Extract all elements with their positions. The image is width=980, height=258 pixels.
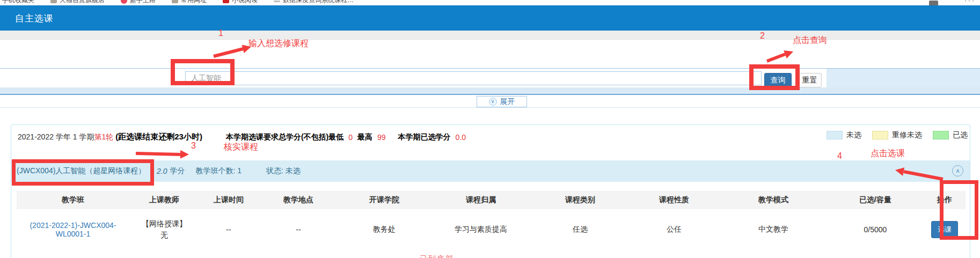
annotation-step1-number: 1 [218, 28, 223, 38]
course-title: (JWCX004)人工智能（超星网络课程） [17, 166, 145, 176]
legend-item-retake: 重修未选 [872, 130, 922, 140]
status-legend: 未选 重修未选 已选 [827, 130, 968, 140]
annotation-step3-text: 核实课程 [224, 142, 258, 153]
class-code-link[interactable]: (2021-2022-1)-JWCX004-WL0001-1 [30, 221, 116, 238]
chevron-down-circle-icon: ∨ [489, 98, 497, 106]
course-group-header[interactable]: (JWCX004)人工智能（超星网络课程） - 2.0 学分 教学班个数: 1 … [11, 160, 970, 182]
class-time: -- [199, 209, 258, 250]
semester-term: 2021-2022 学年 1 学期 [18, 132, 94, 141]
divider [0, 107, 980, 108]
bookmarks-overflow-icon[interactable]: ··· [964, 0, 976, 4]
course-credits-value: 2.0 [157, 167, 167, 175]
arrow-step1 [214, 49, 243, 56]
dash-icon [274, 1, 280, 2]
selection-panel: 2021-2022 学年 1 学期第1轮(距选课结束还剩23小时)本学期选课要求… [11, 124, 970, 258]
class-mode: 中文教学 [720, 209, 827, 250]
credit-min-value: 0 [348, 133, 353, 142]
bookmark-item[interactable]: 常用网址 [172, 0, 207, 5]
query-button[interactable]: 查询 [764, 73, 792, 87]
bookmark-label: 天猫自营旗舰店 [60, 0, 105, 5]
semester-deadline: (距选课结束还剩23小时) [115, 132, 202, 141]
bookmark-item[interactable]: 新手上路 [121, 0, 156, 5]
col-header-class: 教学班 [17, 191, 129, 209]
reset-button[interactable]: 重置 [798, 73, 822, 87]
app-header: 自主选课 [0, 5, 980, 31]
expand-label: 展开 [500, 97, 515, 107]
legend-item-unselected: 未选 [827, 130, 861, 140]
folder-icon [172, 0, 178, 3]
class-college: 教务处 [339, 209, 430, 250]
annotation-step4-number: 4 [837, 151, 842, 161]
course-selection-page: 手机收藏夹 天猫自营旗舰店 新手上路 常用网址 小说阅读 数据深度查询系统课程…… [0, 0, 980, 258]
selected-credit-value: 0.0 [456, 133, 466, 142]
teacher-name: 无 [129, 230, 199, 241]
browser-bookmarks-bar: 手机收藏夹 天猫自营旗舰店 新手上路 常用网址 小说阅读 数据深度查询系统课程…… [0, 0, 980, 5]
credit-max-label: 最高 [357, 132, 372, 141]
bookmark-label: 小说阅读 [232, 0, 258, 5]
class-category: 任选 [532, 209, 628, 250]
bookmark-label: 手机收藏夹 [2, 0, 34, 5]
bookmark-label: 数据深度查询系统课程… [283, 0, 354, 5]
annotation-step2-number: 2 [760, 31, 765, 41]
course-status: 状态: 未选 [266, 166, 301, 176]
table-header-row: 教学班 上课教师 上课时间 教学地点 开课学院 课程归属 课程类别 课程性质 教… [17, 191, 966, 209]
teacher-mode: 【网络授课】 [129, 218, 199, 230]
legend-label: 未选 [846, 130, 861, 140]
bookmark-item[interactable]: 手机收藏夹 [2, 0, 34, 5]
class-nature: 公任 [628, 209, 720, 250]
arrow-step2 [767, 54, 785, 61]
search-filter-bar: 查询 重置 [0, 68, 980, 87]
col-header-action: 操作 [924, 191, 966, 209]
legend-label: 重修未选 [892, 130, 922, 140]
col-header-capacity: 已选/容量 [827, 191, 924, 209]
legend-swatch-retake [872, 131, 888, 139]
bookmark-label: 新手上路 [130, 0, 156, 5]
col-header-mode: 教学模式 [720, 191, 827, 209]
legend-swatch-unselected [827, 131, 843, 139]
legend-label: 已选 [953, 130, 968, 140]
col-header-place: 教学地点 [258, 191, 339, 209]
annotation-step1-text: 输入想选修课程 [248, 38, 309, 49]
annotation-step3-number: 3 [191, 141, 196, 151]
bookmark-item[interactable]: 数据深度查询系统课程… [274, 0, 354, 5]
legend-swatch-selected [933, 131, 949, 139]
folder-icon [50, 0, 57, 3]
credit-max-value: 99 [377, 133, 386, 142]
course-search-input[interactable] [185, 71, 762, 85]
class-table: 教学班 上课教师 上课时间 教学地点 开课学院 课程归属 课程类别 课程性质 教… [17, 191, 966, 250]
col-header-nature: 课程性质 [628, 191, 720, 209]
filter-collapse-bar [0, 87, 980, 95]
page-title: 自主选课 [15, 12, 54, 25]
bookmark-label: 常用网址 [181, 0, 207, 5]
chevron-up-circle-icon[interactable]: ∧ [952, 165, 963, 176]
semester-round: 第1轮 [94, 132, 113, 141]
monitor-icon[interactable] [929, 1, 938, 5]
semester-info: 2021-2022 学年 1 学期第1轮(距选课结束还剩23小时)本学期选课要求… [18, 132, 471, 142]
expand-toggle[interactable]: ∨ 展开 [477, 96, 527, 107]
legend-item-selected: 已选 [933, 130, 968, 140]
course-credits-unit: 学分 [170, 166, 185, 176]
end-of-list-tip: 已到底部 [420, 254, 454, 258]
col-header-category: 课程类别 [532, 191, 628, 209]
header-substrip [0, 31, 980, 40]
col-header-teacher: 上课教师 [129, 191, 199, 209]
table-row: (2021-2022-1)-JWCX004-WL0001-1 【网络授课】 无 … [17, 209, 966, 250]
select-course-button[interactable]: 选课 [931, 221, 958, 238]
annotation-step2-text: 点击查询 [793, 35, 827, 46]
red-dot-icon [121, 0, 127, 4]
credit-requirement-label: 本学期选课要求总学分(不包括)最低 [226, 132, 343, 141]
bookmark-item[interactable]: 小说阅读 [223, 0, 258, 5]
bookmark-item[interactable]: 天猫自营旗舰店 [50, 0, 105, 5]
class-count: 教学班个数: 1 [196, 166, 242, 176]
selected-credit-label: 本学期已选学分 [398, 132, 451, 141]
annotation-step4-text: 点击选课 [871, 148, 905, 159]
filter-right-fill [827, 69, 980, 87]
col-header-belong: 课程归属 [430, 191, 532, 209]
class-place: -- [258, 209, 339, 250]
class-belong: 学习与素质提高 [430, 209, 532, 250]
course-title-dash: - [150, 167, 152, 175]
red-badge-icon [223, 0, 229, 3]
col-header-time: 上课时间 [199, 191, 258, 209]
class-capacity: 0/5000 [827, 209, 924, 250]
col-header-college: 开课学院 [339, 191, 430, 209]
